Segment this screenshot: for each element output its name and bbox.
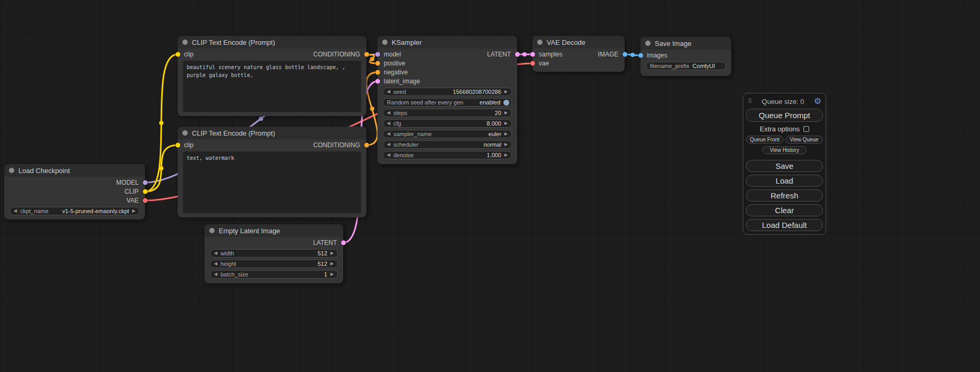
node-title: KSampler xyxy=(392,39,422,46)
node-title: Load Checkpoint xyxy=(18,167,70,175)
widget-filename-prefix[interactable]: filename_prefix ComfyUI xyxy=(646,62,726,70)
widget-seed[interactable]: ◀ seed 156680208700286 ▶ xyxy=(383,88,512,96)
conditioning-output-dot[interactable] xyxy=(364,142,369,147)
output-slot-model[interactable]: MODEL xyxy=(4,178,145,187)
collapse-dot-icon[interactable] xyxy=(182,40,188,45)
model-input-dot[interactable] xyxy=(375,52,380,56)
node-load-checkpoint[interactable]: Load Checkpoint MODEL CLIP VAE ◀ ckpt_na… xyxy=(4,164,145,220)
output-slot-clip[interactable]: CLIP xyxy=(4,187,145,196)
collapse-dot-icon[interactable] xyxy=(645,41,651,46)
left-arrow-icon[interactable]: ◀ xyxy=(14,209,17,213)
image-input-dot[interactable] xyxy=(638,53,643,58)
input-slot-positive[interactable]: positive xyxy=(377,59,517,68)
node-title-bar[interactable]: Load Checkpoint xyxy=(4,164,145,177)
output-label: LATENT xyxy=(313,239,337,246)
left-arrow-icon[interactable]: ◀ xyxy=(387,90,390,94)
latent-output-dot[interactable] xyxy=(341,240,346,245)
node-empty-latent-image[interactable]: Empty Latent Image LATENT ◀ width 512 ▶ … xyxy=(205,224,343,283)
clip-input-dot[interactable] xyxy=(176,52,180,56)
left-arrow-icon[interactable]: ◀ xyxy=(387,142,390,147)
right-arrow-icon[interactable]: ▶ xyxy=(504,90,508,94)
input-slot-latent-image[interactable]: latent_image xyxy=(377,77,517,85)
conditioning-input-dot[interactable] xyxy=(375,61,380,65)
node-ksampler[interactable]: KSampler model LATENT positive negative … xyxy=(377,36,517,164)
latent-input-dot[interactable] xyxy=(375,79,380,83)
node-title-bar[interactable]: Empty Latent Image xyxy=(205,224,343,237)
left-arrow-icon[interactable]: ◀ xyxy=(214,251,217,255)
right-arrow-icon[interactable]: ▶ xyxy=(504,132,508,136)
widget-ckpt-name[interactable]: ◀ ckpt_name v1-5-pruned-emaonly.ckpt ▶ xyxy=(9,207,140,215)
input-slot-negative[interactable]: negative xyxy=(377,68,517,77)
latent-output-dot[interactable] xyxy=(515,52,520,56)
right-arrow-icon[interactable]: ▶ xyxy=(504,142,508,147)
prompt-textarea[interactable]: text, watermark xyxy=(183,151,361,213)
queue-prompt-button[interactable]: Queue Prompt xyxy=(746,109,823,122)
refresh-button[interactable]: Refresh xyxy=(746,189,823,202)
vae-output-dot[interactable] xyxy=(143,198,148,203)
conditioning-input-dot[interactable] xyxy=(375,70,380,74)
collapse-dot-icon[interactable] xyxy=(9,168,14,173)
right-arrow-icon[interactable]: ▶ xyxy=(504,121,508,126)
node-graph-canvas[interactable]: Load Checkpoint MODEL CLIP VAE ◀ ckpt_na… xyxy=(0,0,980,372)
node-clip-text-encode-negative[interactable]: CLIP Text Encode (Prompt) clip CONDITION… xyxy=(178,127,366,217)
settings-gear-icon[interactable]: ⚙ xyxy=(814,97,821,106)
output-slot-latent[interactable]: LATENT xyxy=(205,238,343,247)
right-arrow-icon[interactable]: ▶ xyxy=(132,209,135,213)
right-arrow-icon[interactable]: ▶ xyxy=(331,272,334,276)
node-title-bar[interactable]: CLIP Text Encode (Prompt) xyxy=(178,36,366,49)
drag-handle-icon[interactable]: ⠿ xyxy=(748,98,752,105)
load-default-button[interactable]: Load Default xyxy=(746,219,823,231)
view-history-button[interactable]: View History xyxy=(762,146,807,154)
prompt-textarea[interactable]: beautiful scenery nature glass bottle la… xyxy=(183,61,361,112)
left-arrow-icon[interactable]: ◀ xyxy=(214,272,217,276)
left-arrow-icon[interactable]: ◀ xyxy=(387,111,390,115)
input-slot-images[interactable]: images xyxy=(641,51,731,60)
vae-input-dot[interactable] xyxy=(530,61,535,65)
view-queue-button[interactable]: View Queue xyxy=(785,136,823,144)
right-arrow-icon[interactable]: ▶ xyxy=(504,111,508,115)
node-title-bar[interactable]: Save Image xyxy=(641,37,731,50)
widget-scheduler[interactable]: ◀ scheduler normal ▶ xyxy=(383,140,512,149)
left-arrow-icon[interactable]: ◀ xyxy=(387,132,390,136)
right-arrow-icon[interactable]: ▶ xyxy=(331,251,334,255)
node-save-image[interactable]: Save Image images filename_prefix ComfyU… xyxy=(641,37,731,76)
image-output-dot[interactable] xyxy=(623,52,627,56)
widget-denoise[interactable]: ◀ denoise 1.000 ▶ xyxy=(383,151,512,159)
model-output-dot[interactable] xyxy=(143,180,148,185)
clip-input-dot[interactable] xyxy=(176,142,180,147)
node-vae-decode[interactable]: VAE Decode samples IMAGE vae xyxy=(532,36,625,72)
clear-button[interactable]: Clear xyxy=(746,204,823,216)
node-title-bar[interactable]: CLIP Text Encode (Prompt) xyxy=(178,127,366,139)
widget-random-seed-toggle[interactable]: Random seed after every gen enabled xyxy=(383,98,512,107)
extra-options-checkbox[interactable] xyxy=(803,126,809,132)
output-label: CONDITIONING xyxy=(313,141,360,149)
widget-batch-size[interactable]: ◀ batch_size 1 ▶ xyxy=(210,270,338,279)
node-clip-text-encode-positive[interactable]: CLIP Text Encode (Prompt) clip CONDITION… xyxy=(178,36,366,116)
collapse-dot-icon[interactable] xyxy=(209,228,215,233)
right-arrow-icon[interactable]: ▶ xyxy=(331,262,334,266)
collapse-dot-icon[interactable] xyxy=(537,40,542,45)
widget-steps[interactable]: ◀ steps 20 ▶ xyxy=(383,109,512,117)
toggle-knob[interactable] xyxy=(503,100,509,106)
left-arrow-icon[interactable]: ◀ xyxy=(387,153,390,157)
conditioning-output-dot[interactable] xyxy=(364,52,369,56)
widget-sampler-name[interactable]: ◀ sampler_name euler ▶ xyxy=(383,130,512,138)
left-arrow-icon[interactable]: ◀ xyxy=(387,121,390,126)
left-arrow-icon[interactable]: ◀ xyxy=(214,262,217,266)
save-button[interactable]: Save xyxy=(746,160,823,172)
input-slot-vae[interactable]: vae xyxy=(532,59,625,68)
widget-cfg[interactable]: ◀ cfg 8.000 ▶ xyxy=(383,119,512,128)
collapse-dot-icon[interactable] xyxy=(182,130,188,136)
clip-output-dot[interactable] xyxy=(143,189,148,194)
widget-height[interactable]: ◀ height 512 ▶ xyxy=(210,260,338,268)
right-arrow-icon[interactable]: ▶ xyxy=(504,153,508,157)
widget-width[interactable]: ◀ width 512 ▶ xyxy=(210,249,338,257)
node-title-bar[interactable]: VAE Decode xyxy=(532,36,625,49)
collapse-dot-icon[interactable] xyxy=(382,40,387,45)
node-title-bar[interactable]: KSampler xyxy=(377,36,517,49)
latent-input-dot[interactable] xyxy=(530,52,535,56)
output-slot-vae[interactable]: VAE xyxy=(4,196,145,205)
extra-options-label: Extra options xyxy=(760,125,800,133)
load-button[interactable]: Load xyxy=(746,175,823,187)
queue-front-button[interactable]: Queue Front xyxy=(746,136,783,144)
